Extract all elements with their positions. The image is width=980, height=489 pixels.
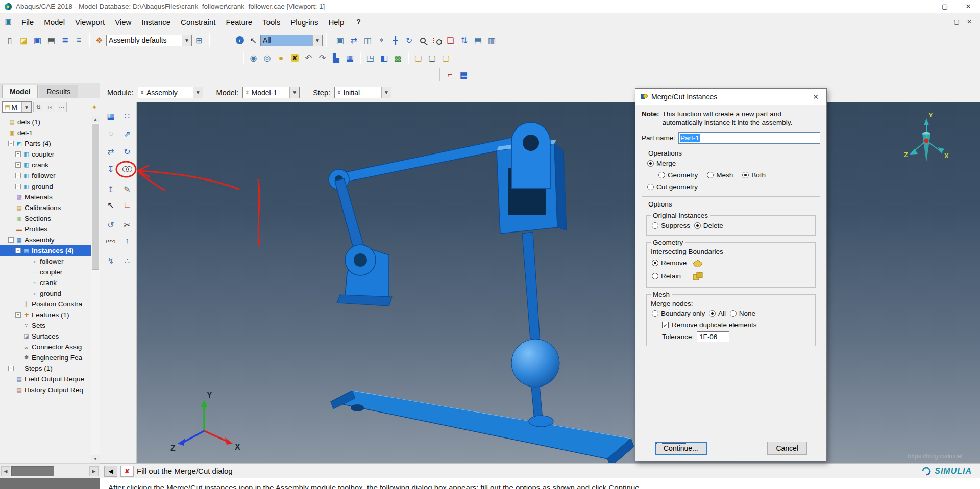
view-box-2-icon[interactable]: ▢: [425, 52, 439, 65]
viewport-3d-model[interactable]: Y X Z: [137, 102, 980, 463]
abort-task-icon[interactable]: ✘: [288, 52, 302, 65]
chevron-down-icon[interactable]: ▼: [289, 87, 299, 98]
tree-expander-icon[interactable]: [15, 355, 21, 361]
tree-item[interactable]: - Assembly: [0, 235, 100, 245]
tree-expander-icon[interactable]: [8, 205, 14, 211]
tree-filter-button[interactable]: ⋯: [57, 102, 67, 112]
boundary-only-radio[interactable]: Boundary only: [652, 310, 705, 317]
query-icon[interactable]: ∴: [120, 254, 134, 268]
tree-expander-icon[interactable]: [15, 323, 21, 328]
scroll-down-icon[interactable]: ▼: [91, 455, 100, 463]
tree-tab[interactable]: Results: [39, 85, 78, 98]
step-combo[interactable]: ⇕ Initial ▼: [334, 87, 391, 98]
tree-item[interactable]: Field Output Reque: [0, 374, 100, 384]
tree-expand-button[interactable]: ⊡: [45, 102, 55, 112]
tree-item[interactable]: coupler: [0, 267, 100, 277]
pan-view-icon[interactable]: ╋: [388, 34, 402, 47]
create-restore-icon[interactable]: ↥: [104, 183, 118, 196]
view-box-3-icon[interactable]: ▢: [439, 52, 453, 65]
color-code-options-icon[interactable]: ⊞: [192, 34, 206, 47]
all-nodes-radio[interactable]: All: [709, 310, 726, 317]
model-combo[interactable]: ⇕ Model-1 ▼: [242, 87, 300, 98]
save-database-icon[interactable]: ▣: [31, 34, 44, 47]
undo-icon[interactable]: ↶: [302, 52, 315, 65]
tree-expander-icon[interactable]: +: [8, 366, 14, 371]
datum-csys-icon[interactable]: ↯: [104, 254, 118, 268]
delete-radio[interactable]: Delete: [694, 222, 723, 229]
continue-button[interactable]: Continue...: [655, 442, 707, 455]
tree-item[interactable]: - Instances (4): [0, 245, 100, 256]
tree-scope-combo[interactable]: ▤ M ▼: [2, 101, 32, 113]
tree-item[interactable]: + crank: [0, 160, 100, 170]
chevron-down-icon[interactable]: ▼: [193, 87, 203, 98]
remove-duplicate-elements-checkbox[interactable]: ✓ Remove duplicate elements: [662, 321, 757, 329]
menu-item[interactable]: File: [16, 16, 39, 29]
prompt-cancel-icon[interactable]: ✘: [120, 466, 134, 477]
data-table-icon[interactable]: ▦: [343, 52, 357, 65]
box-zoom-icon[interactable]: [430, 34, 444, 47]
selection-filter-combo[interactable]: All ▼: [260, 35, 323, 46]
redo-icon[interactable]: ↷: [315, 52, 329, 65]
merge-mesh-radio[interactable]: Mesh: [707, 171, 733, 179]
color-code-palette-icon[interactable]: ❖: [92, 34, 106, 47]
tree-expander-icon[interactable]: [23, 280, 29, 286]
tree-expander-icon[interactable]: [23, 291, 29, 296]
color-code-combo[interactable]: Assembly defaults ▼: [106, 35, 192, 46]
tree-item[interactable]: History Output Req: [0, 384, 100, 395]
query-info-icon[interactable]: i: [233, 34, 247, 47]
minimize-button[interactable]: –: [910, 0, 933, 13]
menu-item[interactable]: Plug-ins: [285, 16, 323, 29]
menu-item[interactable]: Feature: [220, 16, 257, 29]
print-icon[interactable]: ▤: [44, 34, 58, 47]
model-ground-plate[interactable]: [331, 391, 634, 463]
radial-pattern-icon[interactable]: ◌: [104, 127, 118, 140]
create-instance-icon[interactable]: ▦: [104, 109, 118, 122]
scroll-left-icon[interactable]: ◀: [1, 466, 10, 476]
tree-expander-icon[interactable]: [15, 301, 21, 307]
chart-icon[interactable]: ▙: [329, 52, 343, 65]
tree-item[interactable]: del-1: [0, 127, 100, 138]
mdi-close-button[interactable]: ✕: [967, 18, 972, 25]
tree-item[interactable]: Calibrations: [0, 202, 100, 213]
retain-boundaries-radio[interactable]: Retain: [652, 272, 681, 280]
tree-expander-icon[interactable]: [8, 226, 14, 232]
tree-expander-icon[interactable]: -: [8, 141, 14, 146]
open-database-icon[interactable]: ◪: [17, 34, 31, 47]
tree-expander-icon[interactable]: -: [15, 248, 21, 253]
tree-expander-icon[interactable]: [8, 194, 14, 200]
chevron-down-icon[interactable]: ▼: [312, 35, 322, 46]
session-objects-icon[interactable]: ≣: [58, 34, 72, 47]
mesh-cube-icon[interactable]: ▩: [391, 52, 405, 65]
model-ball-joint[interactable]: [511, 339, 559, 427]
tree-item[interactable]: + follower: [0, 170, 100, 181]
viewport-1[interactable]: Y X Z: [137, 102, 980, 463]
tree-item[interactable]: follower: [0, 256, 100, 267]
module-combo[interactable]: ⇕ Assembly ▼: [138, 87, 203, 98]
remove-boundaries-radio[interactable]: Remove: [652, 259, 687, 267]
none-nodes-radio[interactable]: None: [730, 310, 755, 317]
tree-expander-icon[interactable]: [23, 269, 29, 275]
clip-planes-icon[interactable]: ◫: [361, 34, 375, 47]
corner-align-icon[interactable]: ∟: [120, 198, 134, 212]
model-follower-link[interactable]: [497, 122, 567, 353]
translate-instance-icon[interactable]: ⇗: [120, 127, 134, 140]
viewport-annotation-icon[interactable]: ⌐: [443, 68, 457, 82]
tree-item[interactable]: crank: [0, 277, 100, 288]
close-button[interactable]: ✕: [957, 0, 980, 13]
tree-expander-icon[interactable]: +: [15, 312, 21, 318]
tree-item[interactable]: Position Constra: [0, 299, 100, 310]
chevron-down-icon[interactable]: ▼: [381, 87, 391, 98]
views-toolbox-icon[interactable]: ▤: [471, 34, 485, 47]
menu-item[interactable]: Help: [323, 16, 349, 29]
tree-expander-icon[interactable]: [1, 130, 7, 136]
tree-item[interactable]: Surfaces: [0, 331, 100, 342]
tree-item[interactable]: ground: [0, 288, 100, 299]
context-help-icon[interactable]: ?: [356, 18, 361, 26]
tree-expander-icon[interactable]: +: [15, 173, 21, 178]
tree-tab[interactable]: Model: [2, 85, 38, 98]
merge-geometry-radio[interactable]: Geometry: [658, 171, 698, 179]
replace-instance-icon[interactable]: ⇄: [104, 145, 118, 158]
view-box-1-icon[interactable]: ▢: [411, 52, 425, 65]
maximize-button[interactable]: ▢: [933, 0, 957, 13]
tree-item[interactable]: Profiles: [0, 224, 100, 235]
